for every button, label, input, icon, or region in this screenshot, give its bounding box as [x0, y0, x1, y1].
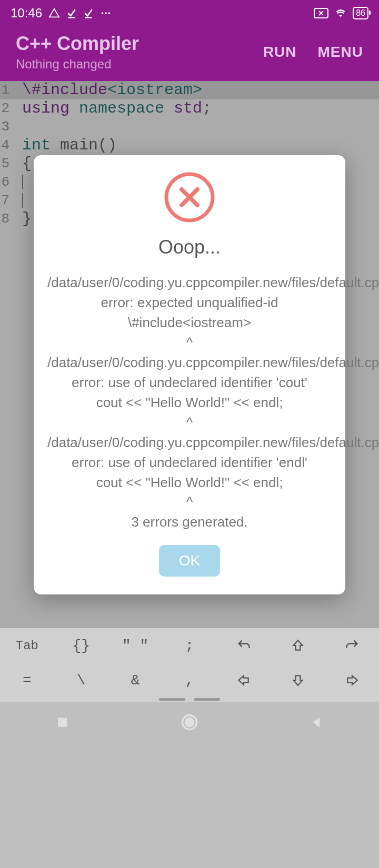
dialog-body: /data/user/0/coding.yu.cppcompiler.new/f… [47, 273, 332, 532]
dialog-title: Ooop... [47, 236, 332, 258]
error-dialog: Ooop... /data/user/0/coding.yu.cppcompil… [34, 155, 345, 594]
ok-button[interactable]: OK [159, 545, 220, 577]
error-icon [163, 171, 216, 224]
screen: 10:46 86 [0, 0, 379, 868]
dialog-backdrop[interactable]: Ooop... /data/user/0/coding.yu.cppcompil… [0, 0, 379, 868]
